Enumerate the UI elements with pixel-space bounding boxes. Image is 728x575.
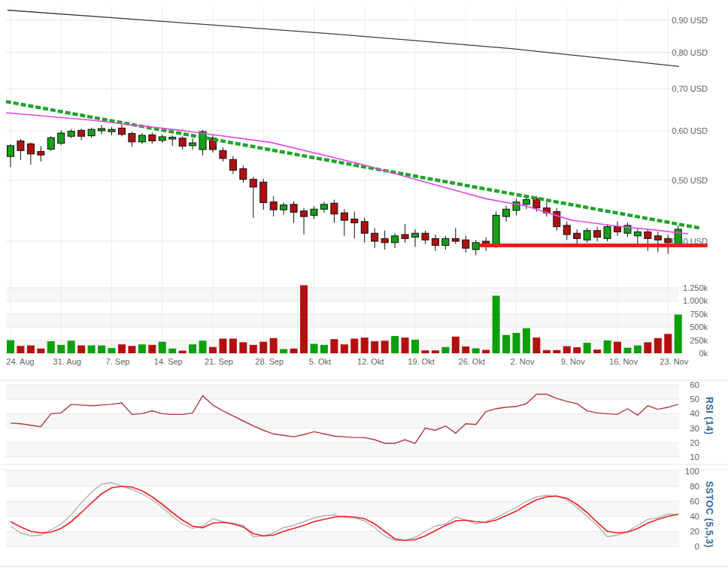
candle[interactable] [372,233,378,241]
candle[interactable] [240,168,247,179]
candle[interactable] [523,200,529,204]
volume-bar[interactable] [57,345,65,353]
volume-bar[interactable] [573,347,581,353]
candle[interactable] [320,204,327,209]
candle[interactable] [270,202,277,210]
candle[interactable] [584,231,590,240]
volume-bar[interactable] [300,286,308,353]
candle[interactable] [402,235,408,238]
volume-bar[interactable] [77,346,85,353]
candle[interactable] [8,146,14,156]
candle[interactable] [138,135,145,142]
candle[interactable] [58,133,65,144]
volume-bar[interactable] [17,346,24,353]
candle[interactable] [229,159,236,170]
candle[interactable] [645,232,651,239]
volume-bar[interactable] [229,339,237,353]
candle[interactable] [574,233,581,238]
candle[interactable] [341,213,347,220]
candle[interactable] [361,222,368,234]
candle[interactable] [594,231,601,238]
candle[interactable] [331,203,338,213]
volume-bar[interactable] [553,350,560,353]
candle[interactable] [17,141,24,151]
volume-bar[interactable] [584,343,591,353]
volume-bar[interactable] [168,349,176,353]
candle[interactable] [260,182,267,202]
candle[interactable] [554,212,560,227]
candle[interactable] [99,129,105,131]
candle[interactable] [88,129,95,136]
volume-bar[interactable] [179,351,187,353]
volume-bar[interactable] [452,337,460,353]
volume-bar[interactable] [623,348,631,353]
volume-bar[interactable] [250,345,257,353]
volume-bar[interactable] [411,340,419,353]
candle[interactable] [250,180,256,187]
volume-bar[interactable] [148,345,156,353]
candle[interactable] [38,152,44,156]
candle[interactable] [381,238,388,242]
candle[interactable] [654,236,661,240]
candle[interactable] [199,132,206,150]
candle[interactable] [159,137,165,141]
volume-bar[interactable] [482,350,490,353]
candle[interactable] [301,211,308,216]
volume-bar[interactable] [543,350,551,353]
candle[interactable] [634,232,641,236]
volume-bar[interactable] [7,340,14,353]
volume-bar[interactable] [108,348,116,353]
volume-bar[interactable] [361,337,369,353]
volume-bar[interactable] [441,347,449,353]
candle[interactable] [179,138,186,147]
volume-bar[interactable] [189,344,196,353]
volume-bar[interactable] [330,339,338,353]
volume-bar[interactable] [421,350,429,353]
volume-bar[interactable] [402,337,409,353]
volume-bar[interactable] [604,340,611,353]
volume-bar[interactable] [462,347,469,353]
candle[interactable] [422,233,429,240]
volume-bar[interactable] [391,336,399,353]
candle[interactable] [47,138,54,149]
volume-bar[interactable] [381,340,389,353]
volume-bar[interactable] [209,347,217,353]
candle[interactable] [563,225,570,235]
candle[interactable] [149,135,156,141]
candle[interactable] [472,243,479,250]
volume-bar[interactable] [311,343,318,353]
candle[interactable] [290,204,297,212]
volume-bar[interactable] [472,348,480,353]
volume-bar[interactable] [634,346,642,353]
candle[interactable] [614,227,621,232]
volume-bar[interactable] [644,342,651,353]
volume-bar[interactable] [159,342,166,353]
volume-bar[interactable] [128,346,135,353]
volume-bar[interactable] [502,335,510,353]
volume-bar[interactable] [88,346,96,353]
volume-bar[interactable] [493,295,500,353]
candle[interactable] [118,128,125,134]
candle[interactable] [190,143,196,146]
volume-bar[interactable] [523,328,530,353]
candle[interactable] [463,240,469,248]
candle[interactable] [78,130,85,136]
candle[interactable] [412,233,419,237]
candle[interactable] [503,209,510,216]
candle[interactable] [220,150,226,159]
volume-bar[interactable] [563,347,571,353]
candle[interactable] [68,132,74,137]
candle[interactable] [169,138,176,139]
candle[interactable] [108,129,115,132]
candle[interactable] [493,215,499,245]
volume-bar[interactable] [27,346,35,353]
volume-bar[interactable] [320,345,328,353]
volume-bar[interactable] [614,342,621,353]
volume-bar[interactable] [98,346,105,353]
candle[interactable] [604,227,611,239]
candle[interactable] [351,219,358,222]
candle[interactable] [27,144,34,154]
volume-bar[interactable] [675,314,682,353]
volume-bar[interactable] [270,338,278,353]
volume-bar[interactable] [199,340,207,353]
